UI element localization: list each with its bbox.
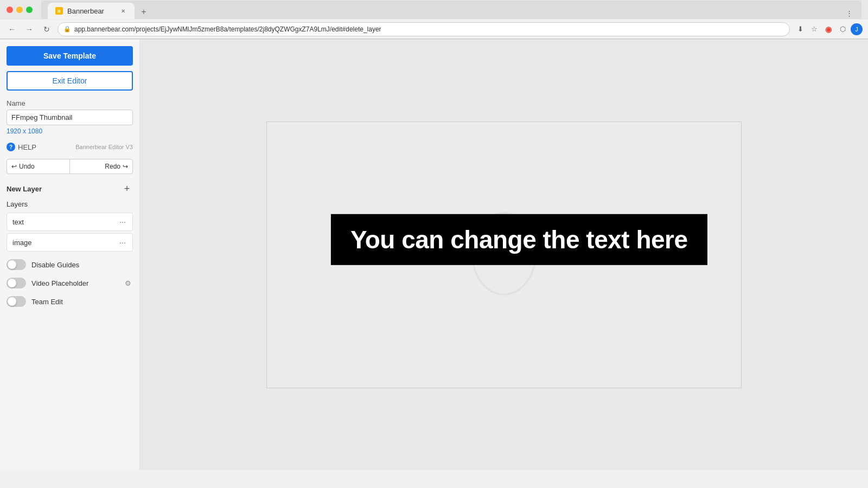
minimize-window-button[interactable]	[16, 7, 23, 13]
help-row: ? HELP Bannerbear Editor V3	[7, 143, 133, 151]
active-tab[interactable]: B Bannerbear ✕	[48, 3, 135, 19]
layers-label: Layers	[7, 200, 133, 208]
tab-title: Bannerbear	[67, 7, 104, 15]
toggle-row-team-edit: Team Edit	[7, 296, 133, 307]
layer-menu-button-image[interactable]: ···	[118, 238, 127, 247]
video-placeholder-toggle[interactable]	[7, 278, 26, 288]
editor-version-label: Bannerbear Editor V3	[75, 144, 133, 150]
toggle-knob	[8, 297, 16, 306]
team-edit-toggle[interactable]	[7, 296, 26, 307]
address-bar-actions: ⬇ ☆ ◉ ⬡ J	[794, 23, 863, 35]
traffic-lights	[7, 7, 33, 13]
tab-favicon: B	[55, 7, 63, 15]
dimension-text[interactable]: 1920 x 1080	[7, 127, 133, 135]
disable-guides-label: Disable Guides	[31, 261, 79, 269]
undo-button[interactable]: ↩ Undo	[7, 159, 70, 174]
profile-icon[interactable]: J	[851, 23, 863, 35]
save-template-button[interactable]: Save Template	[7, 46, 133, 66]
layer-item-image[interactable]: image ···	[7, 233, 133, 252]
disable-guides-toggle[interactable]	[7, 259, 26, 270]
browser-menu-icon[interactable]: ⋮	[843, 7, 855, 19]
undo-icon: ↩	[11, 163, 17, 170]
team-edit-label: Team Edit	[31, 298, 63, 306]
toggle-row-disable-guides: Disable Guides	[7, 259, 133, 270]
close-window-button[interactable]	[7, 7, 13, 13]
new-layer-label: New Layer	[7, 185, 42, 193]
gear-icon[interactable]: ⚙	[123, 278, 133, 288]
layer-item-text[interactable]: text ···	[7, 213, 133, 231]
canvas-container[interactable]: You can change the text here	[266, 121, 742, 388]
add-layer-button[interactable]: +	[121, 183, 133, 195]
new-tab-button[interactable]: +	[137, 5, 151, 19]
overlay-text: You can change the text here	[350, 226, 688, 254]
text-overlay[interactable]: You can change the text here	[331, 214, 707, 265]
toggles-section: Disable Guides Video Placeholder ⚙ Team …	[7, 259, 133, 307]
back-button[interactable]: ←	[5, 23, 18, 36]
help-icon[interactable]: ?	[7, 143, 15, 151]
canvas-area: You can change the text here	[140, 40, 868, 470]
lock-icon: 🔒	[63, 25, 71, 33]
browser-titlebar: B Bannerbear ✕ + ⋮	[0, 0, 868, 20]
redo-label: Redo	[105, 163, 120, 170]
exit-editor-button[interactable]: Exit Editor	[7, 71, 133, 91]
help-left: ? HELP	[7, 143, 36, 151]
tab-close-button[interactable]: ✕	[119, 7, 127, 15]
layer-menu-button-text[interactable]: ···	[118, 217, 127, 226]
video-placeholder-label: Video Placeholder	[31, 279, 88, 287]
redo-button[interactable]: Redo ↪	[70, 159, 133, 174]
help-label[interactable]: HELP	[18, 143, 36, 151]
bookmark-icon[interactable]: ☆	[808, 23, 820, 35]
forward-button[interactable]: →	[23, 23, 36, 36]
undo-redo-row: ↩ Undo Redo ↪	[7, 159, 133, 174]
new-layer-row: New Layer +	[7, 183, 133, 195]
toggle-knob	[8, 279, 16, 287]
layer-name-image: image	[12, 239, 31, 247]
download-icon[interactable]: ⬇	[794, 23, 806, 35]
undo-label: Undo	[19, 163, 35, 170]
sidebar: Save Template Exit Editor Name 1920 x 10…	[0, 40, 140, 470]
layer-name-text: text	[12, 218, 24, 226]
refresh-button[interactable]: ↻	[40, 23, 53, 36]
toggle-knob	[8, 260, 16, 269]
redo-icon: ↪	[123, 163, 128, 170]
url-bar[interactable]: 🔒 app.bannerbear.com/projects/EjJywNMlJm…	[58, 22, 790, 36]
toggle-row-video-placeholder: Video Placeholder ⚙	[7, 278, 133, 288]
extensions-icon[interactable]: ⬡	[837, 23, 848, 35]
browser-chrome: B Bannerbear ✕ + ⋮ ← → ↻ 🔒 app.bannerbea…	[0, 0, 868, 40]
tab-bar: B Bannerbear ✕ + ⋮	[41, 1, 861, 19]
url-text: app.bannerbear.com/projects/EjJywNMlJm5z…	[74, 25, 784, 33]
address-bar: ← → ↻ 🔒 app.bannerbear.com/projects/EjJy…	[0, 20, 868, 39]
chrome-logo-icon: ◉	[822, 23, 834, 35]
main-layout: Save Template Exit Editor Name 1920 x 10…	[0, 40, 868, 470]
template-name-input[interactable]	[7, 110, 133, 125]
fullscreen-window-button[interactable]	[26, 7, 33, 13]
name-label: Name	[7, 99, 133, 107]
